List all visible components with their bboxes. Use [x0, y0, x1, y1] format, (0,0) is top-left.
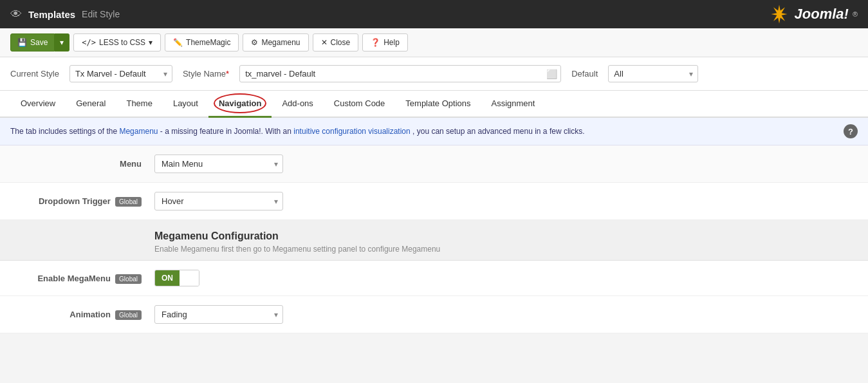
dropdown-trigger-select-wrap: Hover Click: [154, 192, 283, 210]
magic-icon: ✏️: [173, 38, 183, 47]
save-btn-group: 💾 Save ▾: [10, 33, 69, 51]
less-to-css-label: LESS to CSS: [99, 38, 145, 47]
help-label: Help: [383, 38, 400, 47]
dropdown-trigger-row: Dropdown Trigger Global Hover Click: [0, 183, 868, 220]
megamenu-label: Megamenu: [261, 38, 300, 47]
info-text-before: The tab includes settings of the: [10, 127, 117, 136]
style-name-input[interactable]: [239, 65, 561, 82]
top-bar: 👁 Templates Edit Style Joomla!®: [0, 0, 868, 28]
edit-style-label: Edit Style: [82, 9, 120, 19]
menu-select[interactable]: Main Menu Top Menu User Menu: [154, 154, 283, 173]
animation-label: Animation Global: [13, 310, 154, 319]
enable-megamenu-control-wrap: ON: [154, 270, 855, 286]
current-style-select-wrap: Tx Marvel - Default: [69, 65, 172, 82]
dropdown-trigger-text: Dropdown Trigger: [39, 196, 111, 206]
enable-megamenu-label: Enable MegaMenu Global: [13, 274, 154, 283]
menu-control-wrap: Main Menu Top Menu User Menu: [154, 154, 855, 173]
tab-overview[interactable]: Overview: [10, 91, 66, 118]
animation-select-wrap: Fading Slide Down None: [154, 305, 283, 324]
menu-row: Menu Main Menu Top Menu User Menu: [0, 145, 868, 183]
tab-assignment[interactable]: Assignment: [481, 91, 546, 118]
less-dropdown-icon: ▾: [149, 38, 152, 47]
help-icon: ❓: [371, 38, 380, 47]
save-disk-icon: 💾: [17, 38, 27, 47]
animation-text: Animation: [69, 310, 111, 319]
joomla-tm: ®: [853, 10, 858, 18]
megamenu-icon: ⚙: [251, 38, 258, 47]
enable-megamenu-badge: Global: [115, 274, 142, 284]
close-label: Close: [331, 38, 351, 47]
help-button[interactable]: ❓ Help: [362, 33, 408, 51]
menu-select-wrap: Main Menu Top Menu User Menu: [154, 154, 283, 173]
megamenu-link[interactable]: Megamenu: [119, 127, 158, 136]
tab-customcode[interactable]: Custom Code: [324, 91, 395, 118]
dropdown-trigger-label: Dropdown Trigger Global: [13, 196, 154, 206]
save-dropdown-button[interactable]: ▾: [55, 33, 69, 51]
current-style-label: Current Style: [10, 69, 59, 79]
thememagic-button[interactable]: ✏️ ThemeMagic: [165, 33, 239, 51]
info-text-after: , you can setup an advanced menu in a fe…: [412, 127, 585, 136]
close-icon: ✕: [321, 38, 328, 47]
animation-global-badge: Global: [115, 310, 142, 320]
top-bar-left: 👁 Templates Edit Style: [10, 8, 120, 21]
joomla-text: Joomla!: [795, 6, 849, 23]
toolbar: 💾 Save ▾ </> LESS to CSS ▾ ✏️ ThemeMagic…: [0, 28, 868, 57]
help-circle-icon[interactable]: ?: [844, 124, 858, 138]
tab-general[interactable]: General: [66, 91, 116, 118]
dropdown-global-badge: Global: [115, 197, 142, 207]
toggle-on[interactable]: ON: [155, 270, 180, 286]
style-row: Current Style Tx Marvel - Default Style …: [0, 57, 868, 91]
enable-megamenu-row: Enable MegaMenu Global ON: [0, 261, 868, 296]
style-name-label: Style Name*: [183, 69, 229, 79]
animation-row: Animation Global Fading Slide Down None: [0, 296, 868, 333]
megamenu-config-section: Megamenu Configuration Enable Megamenu f…: [0, 220, 868, 261]
eye-icon: 👁: [10, 8, 22, 21]
megamenu-toggle[interactable]: ON: [154, 270, 199, 286]
default-label: Default: [571, 69, 598, 79]
enable-megamenu-text: Enable MegaMenu: [37, 274, 110, 283]
info-text-middle: - a missing feature in Joomla!. With an: [160, 127, 291, 136]
toggle-off[interactable]: [180, 270, 199, 286]
thememagic-label: ThemeMagic: [186, 38, 230, 47]
joomla-logo: Joomla!®: [768, 3, 858, 26]
menu-label: Menu: [13, 159, 154, 169]
current-style-select[interactable]: Tx Marvel - Default: [69, 65, 172, 82]
info-text: The tab includes settings of the Megamen…: [10, 127, 585, 136]
style-name-input-wrap: ⬜: [239, 65, 561, 82]
save-dropdown-icon: ▾: [60, 38, 64, 47]
tab-templateoptions[interactable]: Template Options: [395, 91, 481, 118]
save-button[interactable]: 💾 Save: [10, 33, 55, 51]
animation-control-wrap: Fading Slide Down None: [154, 305, 855, 324]
tab-layout[interactable]: Layout: [163, 91, 208, 118]
default-select[interactable]: All: [608, 65, 698, 82]
info-bar: The tab includes settings of the Megamen…: [0, 118, 868, 145]
close-button[interactable]: ✕ Close: [313, 33, 359, 51]
code-icon: </>: [82, 38, 96, 47]
megamenu-config-subtitle: Enable Megamenu first then go to Megamen…: [154, 245, 855, 254]
default-select-wrap: All: [608, 65, 698, 82]
templates-title: Templates: [28, 9, 75, 20]
style-name-required: *: [226, 69, 229, 79]
tab-theme[interactable]: Theme: [116, 91, 162, 118]
tab-navigation[interactable]: Navigation: [208, 91, 272, 118]
less-to-css-button[interactable]: </> LESS to CSS ▾: [73, 33, 161, 51]
content-area: The tab includes settings of the Megamen…: [0, 118, 868, 333]
animation-select[interactable]: Fading Slide Down None: [154, 305, 283, 324]
form-section: Menu Main Menu Top Menu User Menu Dropdo…: [0, 145, 868, 333]
megamenu-button[interactable]: ⚙ Megamenu: [243, 33, 308, 51]
dropdown-trigger-control-wrap: Hover Click: [154, 192, 855, 210]
dropdown-trigger-select[interactable]: Hover Click: [154, 192, 283, 210]
joomla-brand-icon: [768, 3, 791, 26]
config-link[interactable]: intuitive configuration visualization: [293, 127, 410, 136]
megamenu-config-title: Megamenu Configuration: [154, 230, 855, 242]
tabs-bar: Overview General Theme Layout Navigation…: [0, 91, 868, 118]
style-name-text: Style Name: [183, 69, 226, 79]
save-label: Save: [30, 38, 48, 47]
copy-icon: ⬜: [546, 69, 557, 79]
tab-addons[interactable]: Add-ons: [272, 91, 323, 118]
